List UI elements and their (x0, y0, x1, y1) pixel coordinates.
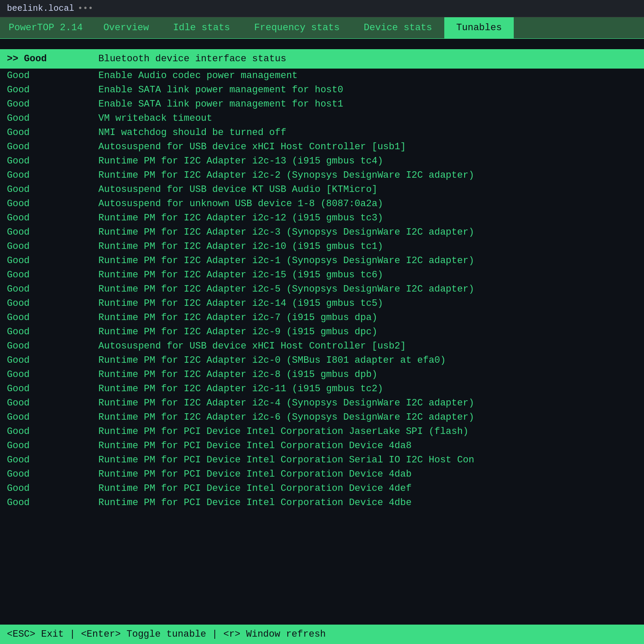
row-description: Runtime PM for I2C Adapter i2c-2 (Synops… (95, 169, 644, 182)
terminal-window: beelink.local ••• PowerTOP 2.14 Overview… (0, 0, 644, 644)
table-row[interactable]: Good Runtime PM for I2C Adapter i2c-2 (S… (0, 168, 644, 182)
row-description: Runtime PM for I2C Adapter i2c-9 (i915 g… (95, 326, 644, 338)
table-row[interactable]: Good Runtime PM for I2C Adapter i2c-10 (… (0, 239, 644, 254)
row-description: NMI watchdog should be turned off (95, 126, 644, 139)
table-row[interactable]: Good Runtime PM for PCI Device Intel Cor… (0, 439, 644, 453)
row-description: Autosuspend for USB device xHCI Host Con… (95, 340, 644, 352)
table-row[interactable]: Good Runtime PM for I2C Adapter i2c-11 (… (0, 382, 644, 396)
nav-item-frequency-stats[interactable]: Frequency stats (242, 17, 352, 38)
table-row[interactable]: Good Autosuspend for USB device KT USB A… (0, 182, 644, 197)
row-status: Good (0, 69, 95, 82)
row-description: Autosuspend for unknown USB device 1-8 (… (95, 198, 644, 210)
row-description: Runtime PM for PCI Device Intel Corporat… (95, 440, 644, 452)
title-bar-dots: ••• (78, 3, 93, 13)
nav-item-device-stats[interactable]: Device stats (352, 17, 444, 38)
table-row[interactable]: Good Runtime PM for I2C Adapter i2c-6 (S… (0, 410, 644, 424)
table-row[interactable]: Good Enable SATA link power management f… (0, 83, 644, 97)
table-row[interactable]: Good Runtime PM for PCI Device Intel Cor… (0, 424, 644, 439)
row-status: Good (0, 283, 95, 295)
top-spacer (0, 42, 644, 49)
table-row[interactable]: Good Runtime PM for PCI Device Intel Cor… (0, 481, 644, 496)
row-status: Good (0, 440, 95, 452)
row-status: Good (0, 269, 95, 281)
table-row[interactable]: Good Runtime PM for I2C Adapter i2c-5 (S… (0, 282, 644, 296)
table-row[interactable]: Good Autosuspend for USB device xHCI Hos… (0, 140, 644, 154)
table-row[interactable]: Good Enable Audio codec power management (0, 69, 644, 83)
row-status: Good (0, 397, 95, 409)
row-description: Runtime PM for I2C Adapter i2c-0 (SMBus … (95, 354, 644, 367)
selected-row-status: >> Good (0, 52, 95, 66)
row-description: Enable SATA link power management for ho… (95, 84, 644, 96)
row-status: Good (0, 354, 95, 367)
table-row[interactable]: Good Runtime PM for PCI Device Intel Cor… (0, 467, 644, 481)
row-description: Runtime PM for PCI Device Intel Corporat… (95, 482, 644, 495)
row-description: Runtime PM for I2C Adapter i2c-15 (i915 … (95, 269, 644, 281)
row-description: Enable SATA link power management for ho… (95, 98, 644, 110)
row-status: Good (0, 340, 95, 352)
title-bar: beelink.local ••• (0, 0, 644, 17)
row-description: Runtime PM for I2C Adapter i2c-1 (Synops… (95, 254, 644, 267)
table-row[interactable]: Good Runtime PM for I2C Adapter i2c-14 (… (0, 296, 644, 311)
table-row[interactable]: Good Runtime PM for I2C Adapter i2c-8 (i… (0, 368, 644, 382)
title-bar-hostname: beelink.local (7, 3, 74, 13)
table-row[interactable]: Good Autosuspend for USB device xHCI Hos… (0, 339, 644, 353)
row-status: Good (0, 141, 95, 153)
table-row[interactable]: Good Runtime PM for I2C Adapter i2c-13 (… (0, 154, 644, 168)
nav-item-idle-stats[interactable]: Idle stats (161, 17, 242, 38)
table-row[interactable]: Good VM writeback timeout (0, 111, 644, 126)
row-status: Good (0, 84, 95, 96)
row-description: Runtime PM for I2C Adapter i2c-5 (Synops… (95, 283, 644, 295)
table-row[interactable]: Good Runtime PM for I2C Adapter i2c-3 (S… (0, 225, 644, 239)
table-row[interactable]: Good Runtime PM for I2C Adapter i2c-7 (i… (0, 311, 644, 325)
selected-row[interactable]: >> Good Bluetooth device interface statu… (0, 49, 644, 69)
row-description: Autosuspend for USB device xHCI Host Con… (95, 141, 644, 153)
row-description: Runtime PM for PCI Device Intel Corporat… (95, 454, 644, 466)
row-status: Good (0, 226, 95, 239)
table-row[interactable]: Good NMI watchdog should be turned off (0, 126, 644, 140)
table-row[interactable]: Good Runtime PM for PCI Device Intel Cor… (0, 453, 644, 467)
row-status: Good (0, 383, 95, 395)
table-row[interactable]: Good Runtime PM for I2C Adapter i2c-15 (… (0, 268, 644, 282)
row-description: Runtime PM for I2C Adapter i2c-4 (Synops… (95, 397, 644, 409)
row-description: Runtime PM for I2C Adapter i2c-6 (Synops… (95, 411, 644, 424)
row-status: Good (0, 183, 95, 196)
row-status: Good (0, 155, 95, 167)
status-bar: <ESC> Exit | <Enter> Toggle tunable | <r… (0, 625, 644, 644)
row-status: Good (0, 240, 95, 253)
table-row[interactable]: Good Runtime PM for I2C Adapter i2c-0 (S… (0, 353, 644, 368)
row-status: Good (0, 198, 95, 210)
table-row[interactable]: Good Runtime PM for PCI Device Intel Cor… (0, 496, 644, 510)
row-status: Good (0, 496, 95, 509)
row-description: Autosuspend for USB device KT USB Audio … (95, 183, 644, 196)
content-area: >> Good Bluetooth device interface statu… (0, 39, 644, 625)
row-description: Runtime PM for I2C Adapter i2c-11 (i915 … (95, 383, 644, 395)
row-description: Enable Audio codec power management (95, 69, 644, 82)
row-description: Runtime PM for PCI Device Intel Corporat… (95, 496, 644, 509)
row-status: Good (0, 468, 95, 481)
nav-bar: PowerTOP 2.14 Overview Idle stats Freque… (0, 17, 644, 39)
row-description: Runtime PM for I2C Adapter i2c-12 (i915 … (95, 212, 644, 224)
row-status: Good (0, 425, 95, 438)
row-description: Runtime PM for PCI Device Intel Corporat… (95, 468, 644, 481)
nav-item-tunables[interactable]: Tunables (444, 17, 514, 38)
table-row[interactable]: Good Runtime PM for I2C Adapter i2c-12 (… (0, 211, 644, 225)
row-description: Runtime PM for I2C Adapter i2c-10 (i915 … (95, 240, 644, 253)
table-row[interactable]: Good Runtime PM for I2C Adapter i2c-9 (i… (0, 325, 644, 339)
table-row[interactable]: Good Runtime PM for I2C Adapter i2c-4 (S… (0, 396, 644, 410)
row-status: Good (0, 297, 95, 310)
table-row[interactable]: Good Runtime PM for I2C Adapter i2c-1 (S… (0, 254, 644, 268)
row-status: Good (0, 98, 95, 110)
selected-row-description: Bluetooth device interface status (95, 52, 644, 66)
row-status: Good (0, 311, 95, 324)
app-title: PowerTOP 2.14 (0, 17, 91, 38)
row-description: Runtime PM for I2C Adapter i2c-8 (i915 g… (95, 368, 644, 381)
row-status: Good (0, 112, 95, 125)
nav-item-overview[interactable]: Overview (91, 17, 161, 38)
row-description: Runtime PM for PCI Device Intel Corporat… (95, 425, 644, 438)
table-row[interactable]: Good Autosuspend for unknown USB device … (0, 197, 644, 211)
status-bar-text: <ESC> Exit | <Enter> Toggle tunable | <r… (7, 629, 326, 640)
row-status: Good (0, 254, 95, 267)
row-status: Good (0, 411, 95, 424)
table-row[interactable]: Good Enable SATA link power management f… (0, 97, 644, 111)
row-status: Good (0, 126, 95, 139)
